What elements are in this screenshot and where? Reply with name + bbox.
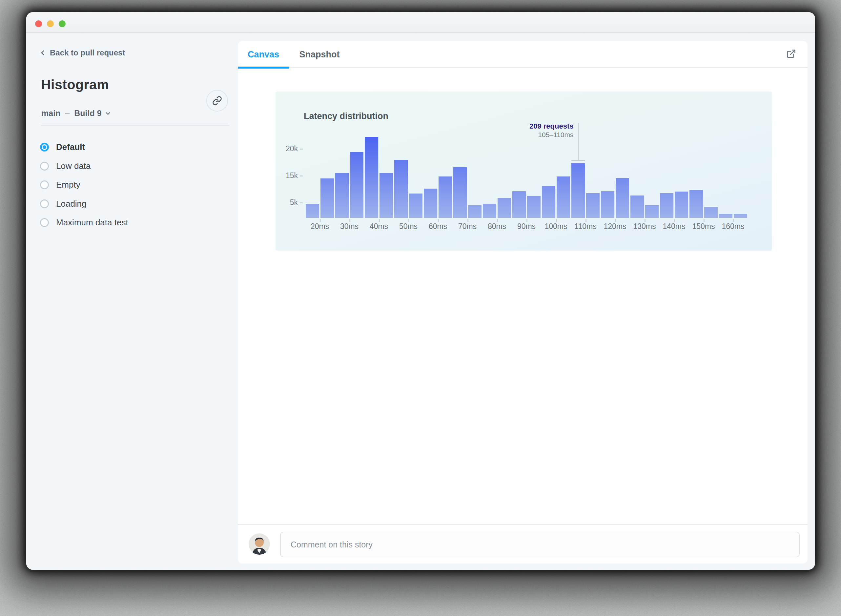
tab-canvas[interactable]: Canvas xyxy=(238,41,289,68)
x-axis-tick-label: 160ms xyxy=(717,222,750,231)
histogram-bar[interactable] xyxy=(542,186,555,218)
histogram-bar[interactable] xyxy=(571,163,585,218)
histogram-bar[interactable] xyxy=(557,176,570,218)
story-item-label: Default xyxy=(56,142,85,152)
histogram-bar[interactable] xyxy=(512,191,526,218)
x-axis-tick-label: 20ms xyxy=(303,222,336,231)
story-item-default[interactable]: Default xyxy=(40,138,224,157)
histogram-bar[interactable] xyxy=(365,137,378,218)
histogram-bar[interactable] xyxy=(453,167,467,218)
histogram-bar[interactable] xyxy=(306,204,319,218)
histogram-bar[interactable] xyxy=(645,205,659,218)
histogram-bar[interactable] xyxy=(394,160,408,218)
story-item-maximum-data-test[interactable]: Maximum data test xyxy=(40,213,224,232)
build-selector[interactable]: Build 9 xyxy=(74,109,111,118)
story-item-empty[interactable]: Empty xyxy=(40,176,224,195)
tooltip-pointer-cap xyxy=(571,160,585,161)
x-axis-tick-mark xyxy=(497,219,498,222)
component-title: Histogram xyxy=(41,77,109,92)
story-item-label: Low data xyxy=(56,161,91,171)
histogram-bars xyxy=(306,137,747,218)
radio-icon[interactable] xyxy=(40,199,49,208)
x-axis-tick-label: 120ms xyxy=(599,222,631,231)
x-axis-tick-label: 140ms xyxy=(658,222,690,231)
histogram-bar[interactable] xyxy=(468,205,482,218)
back-label: Back to pull request xyxy=(50,48,125,57)
story-item-label: Empty xyxy=(56,180,81,190)
avatar-image xyxy=(249,533,270,555)
zoom-window-button[interactable] xyxy=(59,21,66,27)
radio-icon[interactable] xyxy=(40,218,49,227)
window-titlebar xyxy=(26,12,815,33)
tab-bar: Canvas Snapshot xyxy=(238,41,807,68)
histogram-bar[interactable] xyxy=(409,194,422,218)
histogram-bar[interactable] xyxy=(438,176,452,218)
story-item-label: Loading xyxy=(56,199,86,209)
histogram-bar[interactable] xyxy=(719,214,733,218)
tab-snapshot[interactable]: Snapshot xyxy=(289,41,350,68)
histogram-bar[interactable] xyxy=(498,198,511,218)
app-window: Back to pull request Histogram main – Bu… xyxy=(26,12,815,570)
histogram-bar[interactable] xyxy=(424,189,437,218)
tab-canvas-label: Canvas xyxy=(248,50,279,60)
histogram-bar[interactable] xyxy=(379,173,393,218)
histogram-bar[interactable] xyxy=(335,173,349,218)
histogram-bar[interactable] xyxy=(734,214,747,218)
histogram-bar[interactable] xyxy=(321,179,334,218)
copy-link-button[interactable] xyxy=(206,90,228,111)
histogram-bar[interactable] xyxy=(689,190,703,218)
x-axis-tick-label: 60ms xyxy=(422,222,454,231)
histogram-bar[interactable] xyxy=(616,178,629,218)
link-icon xyxy=(212,96,222,106)
x-axis-tick-label: 80ms xyxy=(481,222,513,231)
histogram-bar[interactable] xyxy=(675,192,688,218)
x-axis-tick-mark xyxy=(467,219,468,222)
histogram-bar[interactable] xyxy=(586,193,599,218)
radio-icon[interactable] xyxy=(40,162,49,170)
tooltip: 209 requests 105–110ms xyxy=(475,122,574,139)
histogram-bar[interactable] xyxy=(630,195,644,218)
y-axis-tick-mark xyxy=(300,148,303,150)
x-axis-tick-label: 100ms xyxy=(539,222,572,231)
x-axis-tick-label: 50ms xyxy=(392,222,425,231)
x-axis-tick-mark xyxy=(320,219,321,222)
open-external-button[interactable] xyxy=(786,49,797,59)
story-item-loading[interactable]: Loading xyxy=(40,195,224,214)
y-axis-tick-label: 15k xyxy=(275,171,298,180)
x-axis-tick-label: 110ms xyxy=(569,222,602,231)
x-axis-tick-label: 30ms xyxy=(333,222,366,231)
x-axis-tick-mark xyxy=(379,219,380,222)
close-window-button[interactable] xyxy=(35,21,42,27)
histogram-bar[interactable] xyxy=(350,152,363,218)
x-axis-tick-mark xyxy=(349,219,350,222)
x-axis-tick-mark xyxy=(733,219,734,222)
chevron-down-icon xyxy=(104,110,111,117)
x-axis-tick-label: 40ms xyxy=(362,222,395,231)
histogram-bar[interactable] xyxy=(527,196,541,218)
x-axis-tick-label: 130ms xyxy=(628,222,661,231)
histogram-bar[interactable] xyxy=(660,193,673,218)
main-panel: Canvas Snapshot Latency distribution 20k… xyxy=(238,41,807,563)
user-avatar[interactable] xyxy=(249,533,270,555)
chevron-left-icon xyxy=(39,49,47,57)
story-item-low-data[interactable]: Low data xyxy=(40,157,224,176)
histogram-bar[interactable] xyxy=(704,207,718,218)
x-axis-tick-mark xyxy=(556,219,557,222)
x-axis-tick-mark xyxy=(526,219,527,222)
histogram-bar[interactable] xyxy=(601,191,614,218)
story-item-label: Maximum data test xyxy=(56,217,128,227)
latency-histogram-chart: Latency distribution 20k15k5k20ms30ms40m… xyxy=(275,91,772,251)
radio-icon[interactable] xyxy=(40,180,49,189)
x-axis-tick-mark xyxy=(438,219,439,222)
x-axis-tick-mark xyxy=(586,219,586,222)
histogram-bar[interactable] xyxy=(483,204,496,218)
sidebar: Back to pull request Histogram main – Bu… xyxy=(26,34,238,570)
tooltip-range: 105–110ms xyxy=(475,131,574,139)
y-axis-tick-mark xyxy=(300,202,303,203)
back-to-pull-request-link[interactable]: Back to pull request xyxy=(39,48,125,57)
x-axis-tick-mark xyxy=(645,219,646,222)
minimize-window-button[interactable] xyxy=(47,21,54,27)
radio-selected-icon[interactable] xyxy=(40,143,49,151)
comment-input[interactable] xyxy=(280,532,800,557)
tooltip-value: 209 requests xyxy=(475,122,574,131)
